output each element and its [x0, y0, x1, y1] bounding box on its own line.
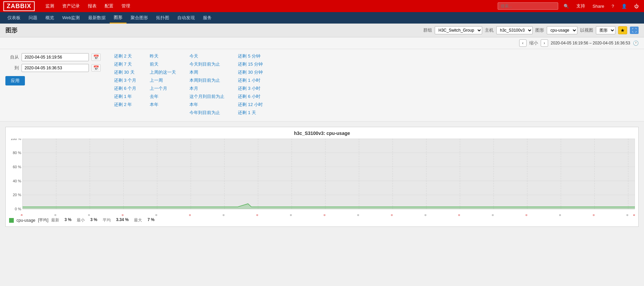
tab-overview[interactable]: 概览 — [41, 12, 58, 24]
help-icon[interactable]: ? — [610, 4, 616, 9]
shortcut-12hours[interactable]: 还剩 12 小时 — [238, 102, 263, 108]
time-next-button[interactable]: › — [541, 39, 548, 47]
shortcut-5min[interactable]: 还剩 5 分钟 — [238, 53, 263, 59]
filter-panel: 自从 📅 到 📅 应用 还剩 2 天 还剩 7 天 还剩 30 天 还剩 3 个… — [0, 49, 644, 121]
svg-text:16:23:00: 16:23:00 — [188, 214, 191, 216]
shortcut-today-so-far[interactable]: 今天到目前为止 — [189, 61, 224, 67]
graph-select[interactable]: cpu-usage — [547, 26, 577, 34]
shortcut-day-before[interactable]: 前天 — [150, 61, 176, 67]
share-link[interactable]: Share — [591, 4, 606, 9]
shortcuts-col1: 还剩 2 天 还剩 7 天 还剩 30 天 还剩 3 个月 还剩 6 个月 还剩… — [114, 53, 136, 116]
svg-text:60 %: 60 % — [13, 165, 21, 169]
group-label: 群组 — [423, 27, 432, 33]
tab-services[interactable]: 服务 — [199, 12, 216, 24]
svg-text:16:20:40: 16:20:40 — [54, 214, 57, 216]
shortcut-this-month-so-far[interactable]: 这个月到目前为止 — [189, 94, 224, 100]
shortcut-1year[interactable]: 还剩 1 年 — [114, 94, 136, 100]
time-prev-button[interactable]: ‹ — [519, 39, 527, 47]
tab-problems[interactable]: 问题 — [25, 12, 41, 24]
legend-color — [9, 218, 14, 223]
second-navigation: 仪表板 问题 概览 Web监测 最新数据 图形 聚合图形 拓扑图 自动发现 服务 — [0, 12, 644, 24]
kiosk-button[interactable]: ⛶ — [630, 27, 639, 34]
shortcut-3months[interactable]: 还剩 3 个月 — [114, 77, 136, 83]
shortcut-yesterday[interactable]: 昨天 — [150, 53, 176, 59]
time-range-display: 2020-04-05 16:19:56 – 2020-04-05 16:36:5… — [551, 41, 630, 45]
shortcut-last-year[interactable]: 去年 — [150, 94, 176, 100]
apply-button[interactable]: 应用 — [5, 76, 25, 85]
svg-text:16:26:00: 16:26:00 — [289, 214, 292, 216]
zabbix-logo[interactable]: ZABBIX — [3, 1, 35, 11]
clock-icon: 🕐 — [633, 40, 639, 46]
shortcut-3hours[interactable]: 还剩 3 小时 — [238, 85, 263, 92]
shortcut-last-week[interactable]: 上一周 — [150, 77, 176, 83]
svg-text:16:36:00: 16:36:00 — [626, 214, 629, 216]
svg-text:16:24:00: 16:24:00 — [222, 214, 225, 216]
user-icon[interactable]: 👤 — [619, 4, 629, 9]
svg-text:16:31:00: 16:31:00 — [458, 214, 461, 216]
shortcut-15min[interactable]: 还剩 15 分钟 — [238, 61, 263, 67]
shortcut-2years[interactable]: 还剩 2 年 — [114, 102, 136, 108]
chart-area: h3c_S3100v3: cpu-usage — [5, 127, 639, 227]
nav-item-monitor[interactable]: 监测 — [41, 0, 58, 12]
to-calendar-icon[interactable]: 📅 — [92, 64, 101, 72]
shortcut-this-week[interactable]: 本周 — [189, 69, 224, 75]
shortcut-this-week-so-far[interactable]: 本周到目前为止 — [189, 77, 224, 83]
svg-text:100 %: 100 % — [11, 139, 21, 141]
shortcut-this-month[interactable]: 本月 — [189, 85, 224, 92]
group-select[interactable]: H3C_Switch_Group — [435, 26, 482, 34]
svg-text:16:35:00: 16:35:00 — [592, 214, 595, 216]
shortcut-6months[interactable]: 还剩 6 个月 — [114, 85, 136, 92]
page-title: 图形 — [5, 26, 423, 34]
page-header: 图形 群组 H3C_Switch_Group 主机 h3c_S3100v3 图形… — [0, 24, 644, 37]
view-select[interactable]: 图形 — [596, 26, 615, 34]
favorite-button[interactable]: ★ — [618, 26, 627, 34]
time-navigation: ‹ 缩小 › 2020-04-05 16:19:56 – 2020-04-05 … — [0, 37, 644, 49]
tab-web[interactable]: Web监测 — [58, 12, 84, 24]
shortcut-6hours[interactable]: 还剩 6 小时 — [238, 94, 263, 100]
search-input[interactable] — [498, 2, 558, 10]
nav-item-admin[interactable]: 管理 — [117, 0, 134, 12]
shortcut-1day[interactable]: 还剩 1 天 — [238, 110, 263, 116]
shortcut-today[interactable]: 今天 — [189, 53, 224, 59]
zoom-label[interactable]: 缩小 — [529, 40, 538, 46]
tab-latest[interactable]: 最新数据 — [84, 12, 110, 24]
svg-text:04-05 16:36: 04-05 16:36 — [633, 214, 635, 216]
shortcuts-col4: 还剩 5 分钟 还剩 15 分钟 还剩 30 分钟 还剩 1 小时 还剩 3 小… — [238, 53, 263, 116]
nav-item-asset[interactable]: 资产记录 — [58, 0, 84, 12]
shortcut-this-year2[interactable]: 本年 — [189, 102, 224, 108]
shortcut-same-last-week[interactable]: 上周的这一天 — [150, 69, 176, 75]
from-row: 自从 📅 — [5, 53, 101, 61]
shortcut-30min[interactable]: 还剩 30 分钟 — [238, 69, 263, 75]
shortcut-2days[interactable]: 还剩 2 天 — [114, 53, 136, 59]
tab-screens[interactable]: 聚合图形 — [127, 12, 152, 24]
shortcut-1hour[interactable]: 还剩 1 小时 — [238, 77, 263, 83]
to-input[interactable] — [22, 64, 89, 72]
legend-name: cpu-usage — [16, 218, 35, 223]
nav-item-report[interactable]: 报表 — [84, 0, 101, 12]
from-calendar-icon[interactable]: 📅 — [92, 53, 101, 61]
tab-topology[interactable]: 拓扑图 — [152, 12, 173, 24]
shortcut-last-month[interactable]: 上一个月 — [150, 85, 176, 92]
tab-graphs[interactable]: 图形 — [110, 12, 127, 24]
svg-text:16:22:40: 16:22:40 — [155, 214, 158, 216]
tab-discovery[interactable]: 自动发现 — [173, 12, 199, 24]
svg-text:16:25:00: 16:25:00 — [256, 214, 259, 216]
search-icon[interactable]: 🔍 — [562, 4, 571, 9]
host-select[interactable]: h3c_S3100v3 — [496, 26, 533, 34]
shortcut-7days[interactable]: 还剩 7 天 — [114, 61, 136, 67]
shortcut-this-year[interactable]: 本年 — [150, 102, 176, 108]
logout-icon[interactable]: ⏻ — [632, 4, 641, 9]
from-input[interactable] — [22, 53, 89, 61]
chart-svg: 100 % 80 % 60 % 40 % 20 % 0 % 04-05 16:1… — [9, 139, 635, 216]
legend-stats: 最新 3 % 最小 3 % 平均 3.34 % 最大 7 % — [51, 217, 154, 223]
tab-dashboard[interactable]: 仪表板 — [3, 12, 25, 24]
chart-container[interactable]: 100 % 80 % 60 % 40 % 20 % 0 % 04-05 16:1… — [9, 139, 635, 216]
nav-item-config[interactable]: 配置 — [101, 0, 117, 12]
date-filter-left: 自从 📅 到 📅 应用 — [5, 53, 101, 116]
shortcut-this-year-so-far[interactable]: 今年到目前为止 — [189, 110, 224, 116]
max-value: 7 % — [147, 217, 154, 223]
support-link[interactable]: 支持 — [574, 3, 587, 9]
shortcut-30days[interactable]: 还剩 30 天 — [114, 69, 136, 75]
svg-rect-0 — [23, 139, 635, 209]
latest-value: 3 % — [65, 217, 72, 223]
